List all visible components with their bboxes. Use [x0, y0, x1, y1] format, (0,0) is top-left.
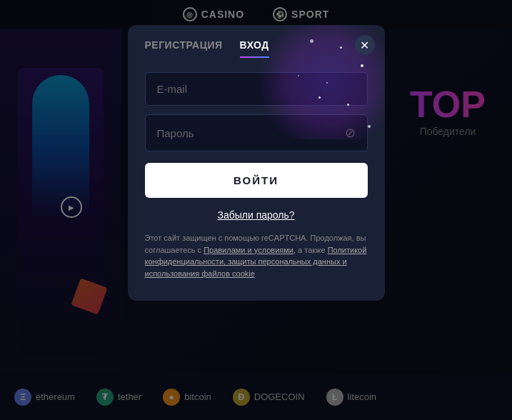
modal-overlay: ✕ РЕГИСТРАЦИЯ ВХОД ⊘ ВОЙТИ Забыли пароль…: [0, 0, 512, 420]
email-input[interactable]: [157, 83, 356, 95]
tab-login[interactable]: ВХОД: [240, 39, 269, 58]
email-field-wrapper: [145, 72, 368, 106]
login-form: ⊘ ВОЙТИ: [128, 58, 385, 198]
login-modal: ✕ РЕГИСТРАЦИЯ ВХОД ⊘ ВОЙТИ Забыли пароль…: [128, 25, 385, 301]
tab-register[interactable]: РЕГИСТРАЦИЯ: [145, 39, 223, 58]
password-field-wrapper: ⊘: [145, 114, 368, 151]
password-input[interactable]: [157, 127, 345, 139]
recaptcha-disclaimer: Этот сайт защищен с помощью reCAPTCHA. П…: [128, 221, 385, 279]
forgot-password-link[interactable]: Забыли пароль?: [128, 209, 385, 221]
login-button[interactable]: ВОЙТИ: [145, 163, 368, 198]
toggle-password-icon[interactable]: ⊘: [345, 125, 356, 141]
auth-tabs: РЕГИСТРАЦИЯ ВХОД: [128, 25, 385, 58]
close-button[interactable]: ✕: [355, 35, 375, 55]
terms-link[interactable]: Правилами и условиями,: [204, 246, 296, 254]
privacy-text: а также: [298, 246, 326, 254]
